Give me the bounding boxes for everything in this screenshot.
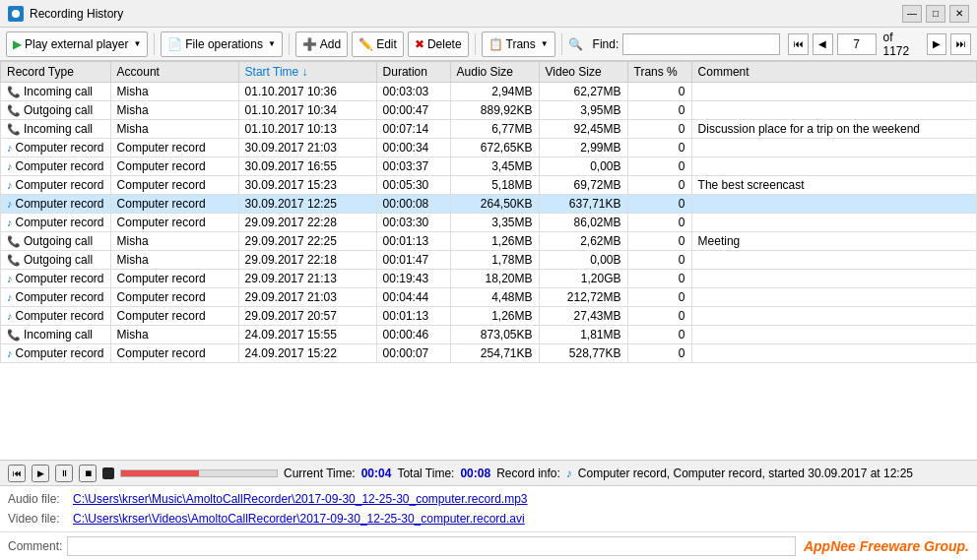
col-account[interactable]: Account bbox=[110, 62, 238, 83]
cell-record-type: ♪Computer record bbox=[1, 214, 111, 232]
cell-account: Computer record bbox=[110, 176, 238, 195]
table-row[interactable]: 📞Outgoing call Misha 29.09.2017 22:18 00… bbox=[1, 251, 977, 270]
cell-audio-size: 264,50KB bbox=[450, 195, 539, 214]
cell-audio-size: 3,35MB bbox=[450, 214, 539, 232]
cell-duration: 00:00:07 bbox=[376, 344, 450, 363]
current-time-label: Current Time: bbox=[284, 467, 356, 480]
comment-input[interactable] bbox=[67, 536, 796, 556]
cell-record-type: ♪Computer record bbox=[1, 195, 111, 214]
video-file-link[interactable]: C:\Users\krser\Videos\AmoltoCallRecorder… bbox=[73, 512, 525, 526]
cell-audio-size: 4,48MB bbox=[450, 288, 539, 307]
page-number-input[interactable] bbox=[837, 33, 877, 55]
table-row[interactable]: ♪Computer record Computer record 30.09.2… bbox=[1, 157, 977, 176]
cell-record-type: ♪Computer record bbox=[1, 176, 111, 195]
status-pause-button[interactable]: ⏸ bbox=[55, 465, 73, 482]
status-stop-button[interactable]: ⏹ bbox=[79, 465, 97, 482]
cell-record-type: 📞Incoming call bbox=[1, 326, 111, 344]
outgoing-call-icon: 📞 bbox=[7, 254, 21, 267]
cell-video-size: 3,95MB bbox=[539, 101, 627, 120]
table-row[interactable]: 📞Outgoing call Misha 29.09.2017 22:25 00… bbox=[1, 232, 977, 251]
window-title: Recording History bbox=[30, 7, 123, 21]
table-row[interactable]: ♪Computer record Computer record 29.09.2… bbox=[1, 307, 977, 326]
cell-comment bbox=[691, 83, 976, 101]
cell-video-size: 86,02MB bbox=[539, 214, 627, 232]
separator-2 bbox=[289, 33, 290, 55]
minimize-button[interactable]: — bbox=[902, 5, 922, 23]
table-row[interactable]: 📞Incoming call Misha 01.10.2017 10:36 00… bbox=[1, 83, 977, 101]
close-button[interactable]: ✕ bbox=[949, 5, 969, 23]
table-row[interactable]: 📞Incoming call Misha 01.10.2017 10:13 00… bbox=[1, 120, 977, 139]
outgoing-call-icon: 📞 bbox=[7, 235, 21, 248]
find-label: Find: bbox=[593, 37, 619, 51]
cell-account: Computer record bbox=[110, 214, 238, 232]
cell-comment: Discussion place for a trip on the weeke… bbox=[691, 120, 976, 139]
cell-audio-size: 1,78MB bbox=[450, 251, 539, 270]
play-external-player-button[interactable]: ▶ Play external player ▼ bbox=[6, 31, 148, 57]
cell-comment bbox=[691, 157, 976, 176]
trans-button[interactable]: 📋 Trans ▼ bbox=[482, 31, 555, 57]
edit-button[interactable]: ✏️ Edit bbox=[352, 31, 404, 57]
col-record-type[interactable]: Record Type bbox=[1, 62, 111, 83]
trans-dropdown-arrow: ▼ bbox=[541, 39, 549, 48]
play-btn-label: Play external player bbox=[25, 37, 128, 51]
cell-duration: 00:00:47 bbox=[376, 101, 450, 120]
col-duration[interactable]: Duration bbox=[376, 62, 450, 83]
progress-bar-container[interactable] bbox=[120, 469, 278, 477]
col-trans[interactable]: Trans % bbox=[627, 62, 691, 83]
table-row[interactable]: ♪Computer record Computer record 30.09.2… bbox=[1, 176, 977, 195]
cell-video-size: 528,77KB bbox=[539, 344, 627, 363]
add-label: Add bbox=[320, 37, 341, 51]
table-row[interactable]: ♪Computer record Computer record 30.09.2… bbox=[1, 139, 977, 157]
cell-trans: 0 bbox=[627, 139, 691, 157]
separator-1 bbox=[154, 33, 155, 55]
cell-duration: 00:19:43 bbox=[376, 270, 450, 288]
status-prev-button[interactable]: ⏮ bbox=[8, 465, 26, 482]
delete-button[interactable]: ✖ Delete bbox=[408, 31, 469, 57]
audio-file-link[interactable]: C:\Users\krser\Music\AmoltoCallRecorder\… bbox=[73, 492, 528, 506]
table-row[interactable]: ♪Computer record Computer record 24.09.2… bbox=[1, 344, 977, 363]
computer-record-icon: ♪ bbox=[7, 198, 13, 210]
cell-account: Misha bbox=[110, 232, 238, 251]
maximize-button[interactable]: □ bbox=[926, 5, 945, 23]
table-row[interactable]: ♪Computer record Computer record 29.09.2… bbox=[1, 288, 977, 307]
nav-prev-button[interactable]: ◀ bbox=[813, 33, 833, 55]
current-time-value: 00:04 bbox=[361, 467, 392, 480]
cell-audio-size: 889,92KB bbox=[450, 101, 539, 120]
title-bar: Recording History — □ ✕ bbox=[0, 0, 977, 28]
cell-trans: 0 bbox=[627, 251, 691, 270]
computer-record-icon: ♪ bbox=[7, 160, 13, 172]
separator-3 bbox=[475, 33, 476, 55]
cell-trans: 0 bbox=[627, 176, 691, 195]
col-start-time[interactable]: Start Time ↓ bbox=[238, 62, 376, 83]
table-row[interactable]: ♪Computer record Computer record 30.09.2… bbox=[1, 195, 977, 214]
nav-next-button[interactable]: ▶ bbox=[927, 33, 947, 55]
cell-trans: 0 bbox=[627, 195, 691, 214]
cell-audio-size: 18,20MB bbox=[450, 270, 539, 288]
cell-audio-size: 3,45MB bbox=[450, 157, 539, 176]
cell-record-type: ♪Computer record bbox=[1, 270, 111, 288]
file-ops-dropdown-arrow: ▼ bbox=[268, 39, 276, 48]
cell-account: Misha bbox=[110, 83, 238, 101]
table-row[interactable]: ♪Computer record Computer record 29.09.2… bbox=[1, 270, 977, 288]
cell-duration: 00:07:14 bbox=[376, 120, 450, 139]
col-video-size[interactable]: Video Size bbox=[539, 62, 627, 83]
find-input[interactable] bbox=[622, 33, 780, 55]
cell-start-time: 24.09.2017 15:55 bbox=[238, 326, 376, 344]
computer-record-icon: ♪ bbox=[7, 310, 13, 322]
file-operations-button[interactable]: 📄 File operations ▼ bbox=[161, 31, 283, 57]
col-comment[interactable]: Comment bbox=[691, 62, 976, 83]
col-audio-size[interactable]: Audio Size bbox=[450, 62, 539, 83]
file-ops-label: File operations bbox=[185, 37, 263, 51]
records-table-container: Record Type Account Start Time ↓ Duratio… bbox=[0, 61, 977, 461]
nav-last-button[interactable]: ⏭ bbox=[950, 33, 971, 55]
add-button[interactable]: ➕ Add bbox=[295, 31, 348, 57]
table-body: 📞Incoming call Misha 01.10.2017 10:36 00… bbox=[1, 83, 977, 363]
status-play-button[interactable]: ▶ bbox=[32, 465, 49, 482]
table-row[interactable]: ♪Computer record Computer record 29.09.2… bbox=[1, 214, 977, 232]
table-row[interactable]: 📞Outgoing call Misha 01.10.2017 10:34 00… bbox=[1, 101, 977, 120]
nav-first-button[interactable]: ⏮ bbox=[788, 33, 809, 55]
cell-video-size: 2,62MB bbox=[539, 232, 627, 251]
cell-start-time: 24.09.2017 15:22 bbox=[238, 344, 376, 363]
table-row[interactable]: 📞Incoming call Misha 24.09.2017 15:55 00… bbox=[1, 326, 977, 344]
cell-trans: 0 bbox=[627, 120, 691, 139]
